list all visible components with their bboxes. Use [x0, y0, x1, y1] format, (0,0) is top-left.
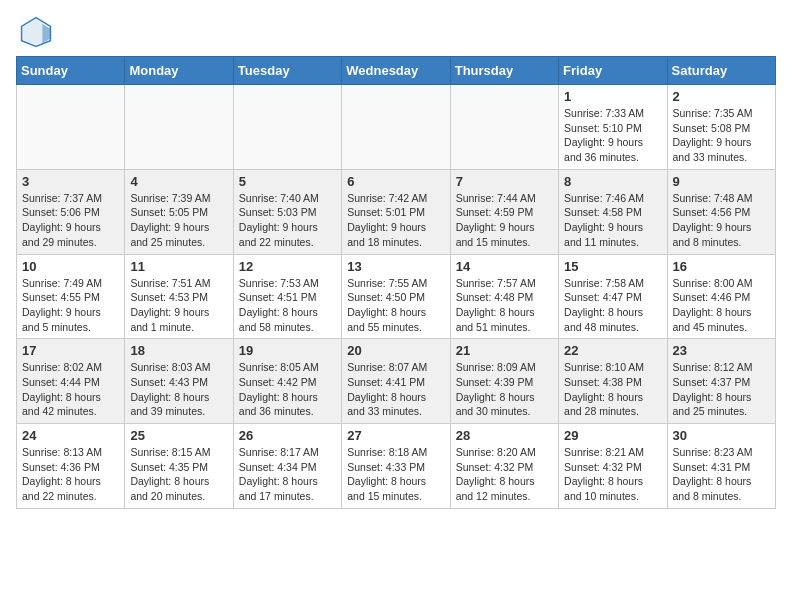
- day-number: 22: [564, 343, 661, 358]
- day-header-thursday: Thursday: [450, 57, 558, 85]
- day-cell: 3Sunrise: 7:37 AM Sunset: 5:06 PM Daylig…: [17, 169, 125, 254]
- day-cell: [125, 85, 233, 170]
- day-info: Sunrise: 7:53 AM Sunset: 4:51 PM Dayligh…: [239, 276, 336, 335]
- day-number: 16: [673, 259, 770, 274]
- day-cell: 1Sunrise: 7:33 AM Sunset: 5:10 PM Daylig…: [559, 85, 667, 170]
- day-info: Sunrise: 7:44 AM Sunset: 4:59 PM Dayligh…: [456, 191, 553, 250]
- day-header-wednesday: Wednesday: [342, 57, 450, 85]
- day-number: 27: [347, 428, 444, 443]
- day-cell: [342, 85, 450, 170]
- page-header: [0, 0, 792, 56]
- day-cell: [450, 85, 558, 170]
- day-cell: 19Sunrise: 8:05 AM Sunset: 4:42 PM Dayli…: [233, 339, 341, 424]
- day-number: 17: [22, 343, 119, 358]
- day-number: 3: [22, 174, 119, 189]
- day-info: Sunrise: 8:17 AM Sunset: 4:34 PM Dayligh…: [239, 445, 336, 504]
- day-info: Sunrise: 8:02 AM Sunset: 4:44 PM Dayligh…: [22, 360, 119, 419]
- day-number: 2: [673, 89, 770, 104]
- day-number: 20: [347, 343, 444, 358]
- day-number: 19: [239, 343, 336, 358]
- day-header-tuesday: Tuesday: [233, 57, 341, 85]
- day-cell: 25Sunrise: 8:15 AM Sunset: 4:35 PM Dayli…: [125, 424, 233, 509]
- day-info: Sunrise: 8:10 AM Sunset: 4:38 PM Dayligh…: [564, 360, 661, 419]
- day-cell: 18Sunrise: 8:03 AM Sunset: 4:43 PM Dayli…: [125, 339, 233, 424]
- day-info: Sunrise: 8:07 AM Sunset: 4:41 PM Dayligh…: [347, 360, 444, 419]
- day-cell: 24Sunrise: 8:13 AM Sunset: 4:36 PM Dayli…: [17, 424, 125, 509]
- day-info: Sunrise: 7:35 AM Sunset: 5:08 PM Dayligh…: [673, 106, 770, 165]
- day-info: Sunrise: 7:46 AM Sunset: 4:58 PM Dayligh…: [564, 191, 661, 250]
- day-cell: 16Sunrise: 8:00 AM Sunset: 4:46 PM Dayli…: [667, 254, 775, 339]
- day-number: 21: [456, 343, 553, 358]
- logo-icon: [20, 16, 52, 48]
- week-row-5: 24Sunrise: 8:13 AM Sunset: 4:36 PM Dayli…: [17, 424, 776, 509]
- day-info: Sunrise: 8:12 AM Sunset: 4:37 PM Dayligh…: [673, 360, 770, 419]
- day-cell: 13Sunrise: 7:55 AM Sunset: 4:50 PM Dayli…: [342, 254, 450, 339]
- day-info: Sunrise: 8:09 AM Sunset: 4:39 PM Dayligh…: [456, 360, 553, 419]
- day-cell: 6Sunrise: 7:42 AM Sunset: 5:01 PM Daylig…: [342, 169, 450, 254]
- day-number: 4: [130, 174, 227, 189]
- day-number: 7: [456, 174, 553, 189]
- day-number: 10: [22, 259, 119, 274]
- day-cell: 11Sunrise: 7:51 AM Sunset: 4:53 PM Dayli…: [125, 254, 233, 339]
- day-number: 1: [564, 89, 661, 104]
- svg-marker-2: [42, 24, 50, 43]
- day-number: 26: [239, 428, 336, 443]
- calendar-body: 1Sunrise: 7:33 AM Sunset: 5:10 PM Daylig…: [17, 85, 776, 509]
- day-info: Sunrise: 7:51 AM Sunset: 4:53 PM Dayligh…: [130, 276, 227, 335]
- day-cell: 10Sunrise: 7:49 AM Sunset: 4:55 PM Dayli…: [17, 254, 125, 339]
- day-number: 5: [239, 174, 336, 189]
- day-cell: [17, 85, 125, 170]
- day-info: Sunrise: 7:37 AM Sunset: 5:06 PM Dayligh…: [22, 191, 119, 250]
- week-row-4: 17Sunrise: 8:02 AM Sunset: 4:44 PM Dayli…: [17, 339, 776, 424]
- calendar-table: SundayMondayTuesdayWednesdayThursdayFrid…: [16, 56, 776, 509]
- day-info: Sunrise: 7:48 AM Sunset: 4:56 PM Dayligh…: [673, 191, 770, 250]
- day-number: 24: [22, 428, 119, 443]
- day-info: Sunrise: 7:58 AM Sunset: 4:47 PM Dayligh…: [564, 276, 661, 335]
- day-number: 8: [564, 174, 661, 189]
- day-number: 23: [673, 343, 770, 358]
- day-info: Sunrise: 8:20 AM Sunset: 4:32 PM Dayligh…: [456, 445, 553, 504]
- week-row-3: 10Sunrise: 7:49 AM Sunset: 4:55 PM Dayli…: [17, 254, 776, 339]
- day-cell: [233, 85, 341, 170]
- day-number: 28: [456, 428, 553, 443]
- day-cell: 7Sunrise: 7:44 AM Sunset: 4:59 PM Daylig…: [450, 169, 558, 254]
- day-cell: 23Sunrise: 8:12 AM Sunset: 4:37 PM Dayli…: [667, 339, 775, 424]
- day-number: 15: [564, 259, 661, 274]
- day-info: Sunrise: 8:00 AM Sunset: 4:46 PM Dayligh…: [673, 276, 770, 335]
- day-cell: 15Sunrise: 7:58 AM Sunset: 4:47 PM Dayli…: [559, 254, 667, 339]
- day-cell: 9Sunrise: 7:48 AM Sunset: 4:56 PM Daylig…: [667, 169, 775, 254]
- day-info: Sunrise: 8:15 AM Sunset: 4:35 PM Dayligh…: [130, 445, 227, 504]
- day-info: Sunrise: 7:49 AM Sunset: 4:55 PM Dayligh…: [22, 276, 119, 335]
- day-cell: 30Sunrise: 8:23 AM Sunset: 4:31 PM Dayli…: [667, 424, 775, 509]
- day-info: Sunrise: 7:57 AM Sunset: 4:48 PM Dayligh…: [456, 276, 553, 335]
- day-info: Sunrise: 7:55 AM Sunset: 4:50 PM Dayligh…: [347, 276, 444, 335]
- day-cell: 14Sunrise: 7:57 AM Sunset: 4:48 PM Dayli…: [450, 254, 558, 339]
- day-header-sunday: Sunday: [17, 57, 125, 85]
- day-cell: 4Sunrise: 7:39 AM Sunset: 5:05 PM Daylig…: [125, 169, 233, 254]
- day-number: 13: [347, 259, 444, 274]
- day-number: 29: [564, 428, 661, 443]
- days-header-row: SundayMondayTuesdayWednesdayThursdayFrid…: [17, 57, 776, 85]
- day-info: Sunrise: 7:39 AM Sunset: 5:05 PM Dayligh…: [130, 191, 227, 250]
- day-cell: 8Sunrise: 7:46 AM Sunset: 4:58 PM Daylig…: [559, 169, 667, 254]
- day-number: 6: [347, 174, 444, 189]
- day-info: Sunrise: 7:40 AM Sunset: 5:03 PM Dayligh…: [239, 191, 336, 250]
- day-header-friday: Friday: [559, 57, 667, 85]
- week-row-1: 1Sunrise: 7:33 AM Sunset: 5:10 PM Daylig…: [17, 85, 776, 170]
- day-number: 12: [239, 259, 336, 274]
- day-cell: 20Sunrise: 8:07 AM Sunset: 4:41 PM Dayli…: [342, 339, 450, 424]
- day-number: 30: [673, 428, 770, 443]
- day-info: Sunrise: 7:33 AM Sunset: 5:10 PM Dayligh…: [564, 106, 661, 165]
- day-header-monday: Monday: [125, 57, 233, 85]
- day-number: 9: [673, 174, 770, 189]
- day-cell: 22Sunrise: 8:10 AM Sunset: 4:38 PM Dayli…: [559, 339, 667, 424]
- day-info: Sunrise: 8:23 AM Sunset: 4:31 PM Dayligh…: [673, 445, 770, 504]
- day-cell: 29Sunrise: 8:21 AM Sunset: 4:32 PM Dayli…: [559, 424, 667, 509]
- day-info: Sunrise: 8:13 AM Sunset: 4:36 PM Dayligh…: [22, 445, 119, 504]
- day-header-saturday: Saturday: [667, 57, 775, 85]
- day-cell: 27Sunrise: 8:18 AM Sunset: 4:33 PM Dayli…: [342, 424, 450, 509]
- day-number: 14: [456, 259, 553, 274]
- day-cell: 28Sunrise: 8:20 AM Sunset: 4:32 PM Dayli…: [450, 424, 558, 509]
- day-info: Sunrise: 8:03 AM Sunset: 4:43 PM Dayligh…: [130, 360, 227, 419]
- day-cell: 12Sunrise: 7:53 AM Sunset: 4:51 PM Dayli…: [233, 254, 341, 339]
